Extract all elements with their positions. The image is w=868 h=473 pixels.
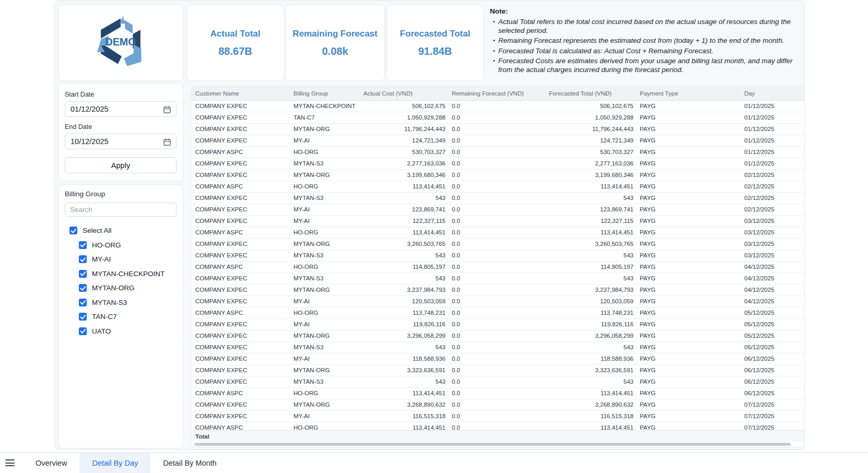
- table-cell: 118,588,936: [360, 353, 449, 364]
- table-cell: 120,503,059: [360, 295, 449, 307]
- billing-group-option-label: MY-AI: [92, 255, 111, 263]
- billing-group-option[interactable]: MYTAN-ORG: [65, 284, 177, 292]
- table-cell: 3,237,984,793: [546, 284, 637, 295]
- table-cell: HO-ORG: [290, 227, 360, 238]
- table-row: COMPANY EXPECMYTAN-ORG3,296,058,2990.03,…: [191, 330, 804, 341]
- table-cell: PAYG: [637, 295, 741, 307]
- billing-group-search-input[interactable]: [65, 203, 177, 217]
- table-row: COMPANY ASPCHO-ORG530,703,3270.0530,703,…: [191, 146, 804, 158]
- select-all-checkbox-row[interactable]: Select All: [65, 227, 177, 234]
- billing-group-option[interactable]: UATO: [65, 327, 177, 335]
- note-bullet: Forecasted Total is calculated as: Actua…: [498, 46, 713, 55]
- checkbox-checked-icon[interactable]: [79, 327, 87, 335]
- logo-text: DEMO: [105, 36, 136, 48]
- table-cell: 123,869,741: [360, 204, 449, 215]
- table-cell: 0.0: [449, 204, 546, 215]
- checkbox-checked-icon[interactable]: [79, 284, 87, 292]
- billing-group-option[interactable]: MY-AI: [65, 255, 177, 263]
- table-cell: 116,515,318: [546, 410, 637, 422]
- table-cell: 0.0: [449, 284, 546, 295]
- actual-total-card: Actual Total 88.67B: [186, 5, 284, 81]
- checkbox-checked-icon[interactable]: [79, 313, 87, 321]
- table-cell: COMPANY EXPEC: [191, 295, 290, 307]
- bullet-icon: •: [490, 46, 498, 55]
- table-cell: COMPANY EXPEC: [191, 273, 290, 284]
- table-cell: 543: [360, 250, 449, 261]
- table-cell: 01/12/2025: [741, 146, 804, 158]
- table-cell: COMPANY EXPEC: [191, 192, 290, 204]
- table-cell: 0.0: [449, 273, 546, 284]
- table-cell: 543: [360, 341, 449, 353]
- table-body: COMPANY EXPECMYTAN-CHECKPOINT506,102,675…: [191, 100, 804, 433]
- table-cell: PAYG: [637, 284, 741, 295]
- table-cell: 530,703,327: [546, 146, 637, 158]
- table-cell: COMPANY EXPEC: [191, 215, 290, 227]
- table-row: COMPANY ASPCHO-ORG114,805,1970.0114,805,…: [191, 261, 804, 273]
- table-cell: 0.0: [449, 215, 546, 227]
- table-cell: 05/12/2025: [741, 330, 804, 341]
- checkbox-checked-icon[interactable]: [79, 299, 87, 306]
- billing-group-option[interactable]: HO-ORG: [65, 241, 177, 249]
- checkbox-checked-icon[interactable]: [79, 270, 87, 278]
- table-cell: 116,515,318: [360, 410, 449, 422]
- billing-group-option[interactable]: MYTAN-S3: [65, 299, 177, 306]
- table-cell: 0.0: [449, 158, 546, 169]
- horizontal-scrollbar[interactable]: [194, 443, 791, 446]
- menu-icon[interactable]: [5, 458, 15, 468]
- table-cell: MYTAN-S3: [290, 341, 360, 353]
- billing-group-option-label: MYTAN-ORG: [92, 284, 135, 292]
- table-cell: MY-AI: [290, 204, 360, 215]
- start-date-value: 01/12/2025: [71, 105, 109, 113]
- table-cell: 03/12/2025: [741, 215, 804, 227]
- note-block: Note: •Actual Total refers to the total …: [490, 7, 803, 75]
- table-row: COMPANY EXPECMYTAN-S32,277,163,0360.02,2…: [191, 158, 804, 169]
- table-cell: PAYG: [637, 146, 741, 158]
- table-cell: 3,260,503,765: [360, 238, 449, 250]
- table-row: COMPANY ASPCHO-ORG113,748,2310.0113,748,…: [191, 307, 804, 318]
- table-cell: PAYG: [637, 135, 741, 146]
- table-cell: 0.0: [449, 146, 546, 158]
- table-cell: MYTAN-S3: [290, 158, 360, 169]
- start-date-input[interactable]: 01/12/2025: [65, 101, 177, 117]
- table-cell: MYTAN-ORG: [290, 399, 360, 410]
- table-cell: PAYG: [637, 169, 741, 181]
- table-cell: 113,748,231: [360, 307, 449, 318]
- table-cell: 113,748,231: [546, 307, 637, 318]
- tab-detail-by-month[interactable]: Detail By Month: [150, 453, 229, 473]
- table-cell: 0.0: [449, 192, 546, 204]
- billing-group-option[interactable]: MYTAN-CHECKPOINT: [65, 270, 177, 278]
- tab-overview[interactable]: Overview: [23, 453, 79, 473]
- table-cell: 2,277,163,036: [360, 158, 449, 169]
- tab-detail-by-day[interactable]: Detail By Day: [79, 453, 150, 473]
- dashboard-panel: DEMO Actual Total 88.67B Remaining Forec…: [54, 0, 805, 450]
- table-cell: HO-ORG: [290, 181, 360, 192]
- table-cell: COMPANY EXPEC: [191, 341, 290, 353]
- table-cell: PAYG: [637, 158, 741, 169]
- table-cell: 1,050,929,288: [360, 112, 449, 123]
- billing-group-option[interactable]: TAN-C7: [65, 313, 177, 321]
- table-cell: 02/12/2025: [741, 181, 804, 192]
- table-cell: 03/12/2025: [741, 250, 804, 261]
- checkbox-checked-icon[interactable]: [79, 241, 87, 249]
- table-cell: 2,277,163,036: [546, 158, 637, 169]
- checkbox-checked-icon[interactable]: [69, 227, 77, 234]
- demo-logo-icon: DEMO: [93, 11, 148, 75]
- table-cell: MYTAN-ORG: [290, 330, 360, 341]
- table-cell: PAYG: [637, 181, 741, 192]
- table-cell: PAYG: [637, 261, 741, 273]
- calendar-icon[interactable]: [163, 138, 171, 146]
- table-cell: 113,414,451: [360, 181, 449, 192]
- apply-button[interactable]: Apply: [65, 157, 177, 173]
- table-cell: MY-AI: [290, 295, 360, 307]
- table-row: COMPANY EXPECMYTAN-ORG3,199,680,3460.03,…: [191, 169, 804, 181]
- table-cell: 01/12/2025: [741, 158, 804, 169]
- table-cell: PAYG: [637, 238, 741, 250]
- checkbox-checked-icon[interactable]: [79, 255, 87, 263]
- table-cell: COMPANY ASPC: [191, 181, 290, 192]
- calendar-icon[interactable]: [163, 105, 171, 114]
- end-date-input[interactable]: 10/12/2025: [65, 134, 177, 149]
- end-date-label: End Date: [65, 123, 177, 131]
- table-cell: 06/12/2025: [741, 353, 804, 364]
- table-cell: COMPANY EXPEC: [191, 100, 290, 112]
- table-cell: 03/12/2025: [741, 227, 804, 238]
